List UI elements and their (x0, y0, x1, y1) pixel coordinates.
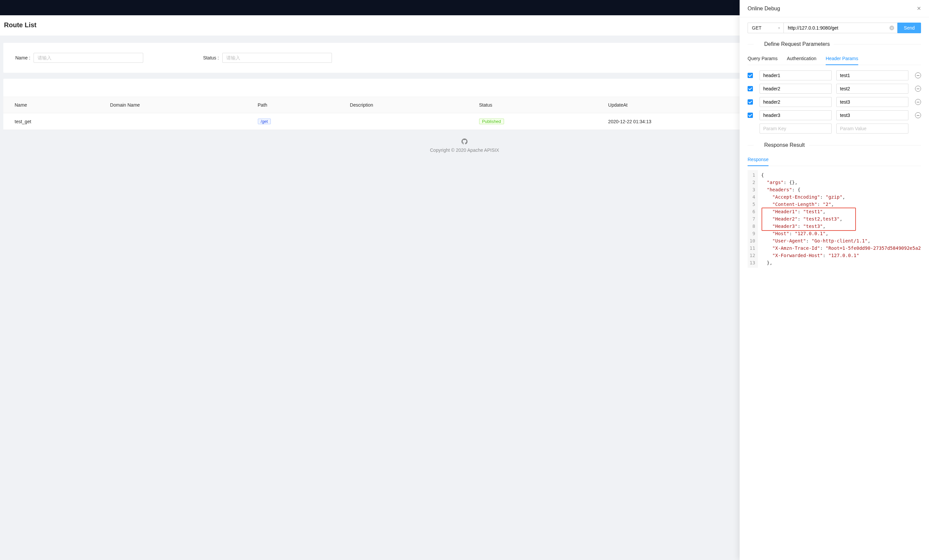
drawer-title: Online Debug (748, 6, 780, 12)
cell-path: /get (253, 113, 345, 130)
remove-row-icon[interactable] (915, 112, 921, 118)
filter-status-label: Status : (203, 55, 219, 60)
header-row (748, 84, 921, 94)
method-select[interactable]: GET ▾ (748, 23, 783, 33)
header-value-input[interactable] (836, 84, 908, 94)
tab-authentication[interactable]: Authentication (787, 52, 816, 65)
filter-status-input[interactable] (222, 53, 332, 63)
tab-query-params[interactable]: Query Params (748, 52, 777, 65)
status-badge: Published (479, 119, 504, 124)
header-row-checkbox[interactable] (748, 113, 753, 118)
col-description: Description (345, 97, 474, 113)
remove-row-icon[interactable] (915, 72, 921, 78)
header-row-checkbox[interactable] (748, 86, 753, 91)
remove-row-icon[interactable] (915, 86, 921, 92)
header-row-checkbox[interactable] (748, 73, 753, 78)
section-response-title: Response Result (764, 142, 805, 148)
header-row (748, 70, 921, 80)
header-value-input[interactable] (836, 124, 908, 133)
header-value-input[interactable] (836, 70, 908, 80)
col-domain: Domain Name (105, 97, 252, 113)
header-key-input[interactable] (760, 124, 832, 133)
cell-status: Published (474, 113, 603, 130)
filter-name-input[interactable] (34, 53, 143, 63)
header-row-new (748, 124, 921, 133)
col-status: Status (474, 97, 603, 113)
header-row (748, 110, 921, 120)
github-icon[interactable] (461, 139, 468, 145)
method-value: GET (752, 25, 762, 31)
send-button[interactable]: Send (897, 23, 921, 33)
chevron-down-icon: ▾ (778, 26, 780, 30)
header-key-input[interactable] (760, 110, 832, 120)
url-input[interactable] (783, 23, 897, 33)
header-row (748, 97, 921, 107)
header-key-input[interactable] (760, 97, 832, 107)
filter-name-label: Name : (15, 55, 30, 60)
path-tag: /get (258, 119, 271, 124)
col-path: Path (253, 97, 345, 113)
cell-domain (105, 113, 252, 130)
cell-description (345, 113, 474, 130)
header-row-checkbox[interactable] (748, 99, 753, 105)
header-key-input[interactable] (760, 70, 832, 80)
cell-name: test_get (3, 113, 105, 130)
close-icon[interactable]: ✕ (917, 5, 921, 12)
header-value-input[interactable] (836, 97, 908, 107)
tab-header-params[interactable]: Header Params (826, 52, 858, 65)
clear-url-icon[interactable]: ✕ (889, 26, 894, 30)
debug-drawer: Online Debug ✕ GET ▾ ✕ Send Define Reque… (740, 0, 929, 160)
remove-row-icon[interactable] (915, 99, 921, 105)
header-key-input[interactable] (760, 84, 832, 94)
header-value-input[interactable] (836, 110, 908, 120)
tab-response[interactable]: Response (748, 153, 768, 160)
section-params-title: Define Request Parameters (764, 41, 830, 47)
col-name: Name (3, 97, 105, 113)
